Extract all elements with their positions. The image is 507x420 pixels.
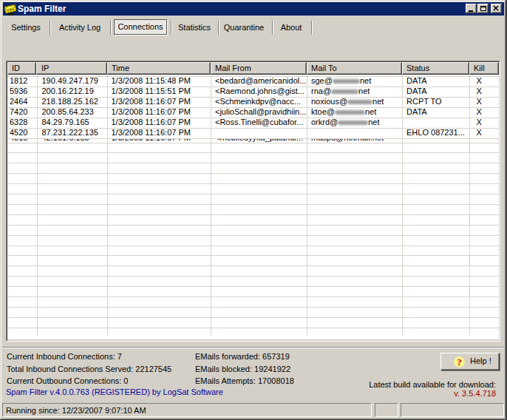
svg-text:?: ? bbox=[457, 357, 461, 368]
